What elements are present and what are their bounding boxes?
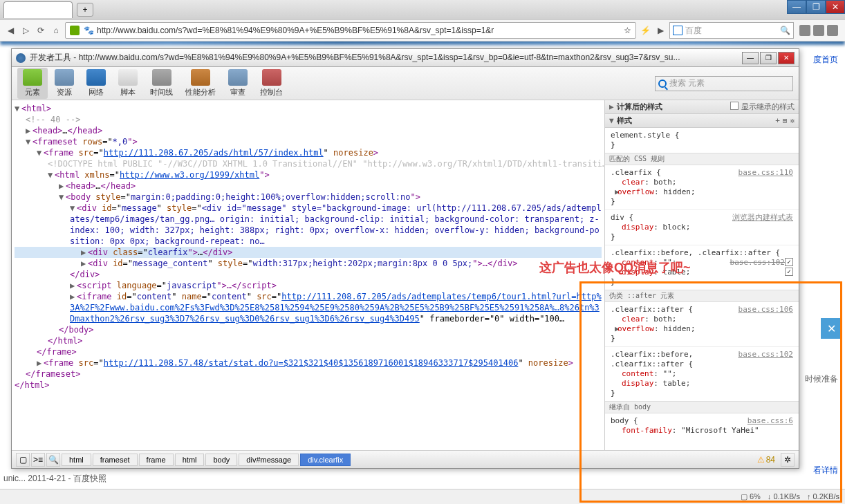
profiles-icon (191, 69, 210, 86)
devtools-minimize[interactable]: — (742, 52, 759, 64)
devtools-close[interactable]: ✕ (778, 52, 795, 64)
style-rule[interactable]: 浏览器内建样式表 div { display: block; } (605, 209, 799, 245)
favicon-icon: 🐾 (84, 26, 94, 35)
baidu-home-link[interactable]: 度首页 (813, 54, 838, 66)
upload-speed: ↑ 0.2KB/s (807, 492, 839, 501)
search-engine-icon (673, 26, 682, 35)
bg-prep-text: 时候准备 (805, 373, 838, 385)
crumb-message[interactable]: div#message (239, 454, 299, 466)
address-bar: ◀ ▷ ⟳ ⌂ 🐾 http://www.baidu.com/s?wd=%E8%… (0, 19, 845, 41)
tab-elements[interactable]: 元素 (17, 68, 48, 99)
crumb-frame[interactable]: frame (139, 454, 174, 466)
tab-profiles[interactable]: 性能分析 (180, 68, 221, 99)
close-button[interactable]: ✕ (826, 0, 845, 14)
devtools-titlebar[interactable]: 开发者工具 - http://www.baidu.com/s?wd=%E8%81… (12, 49, 799, 67)
devtools-statusbar: ▢ >≡ 🔍 html frameset frame html body div… (12, 450, 799, 468)
gear-icon[interactable]: ✲ (790, 116, 795, 125)
source-link[interactable]: base.css:102 (739, 350, 793, 360)
style-rule[interactable]: base.css:110 .clearfix { clear: both; ▶o… (605, 165, 799, 209)
matched-rules-label: 匹配的 CSS 规则 (605, 153, 799, 165)
tool-icon-3[interactable] (827, 25, 838, 36)
devtools-title: 开发者工具 - http://www.baidu.com/s?wd=%E8%81… (30, 52, 738, 64)
devtools-maximize[interactable]: ❐ (760, 52, 777, 64)
dom-tree[interactable]: ▼<html> <!-- 40 --> ▶<head>…</head> ▼<fr… (12, 100, 605, 450)
browser-statusbar: ▢ 6% ↓ 0.1KB/s ↑ 0.2KB/s (0, 489, 845, 504)
minimize-button[interactable]: — (787, 0, 806, 14)
pseudo-label: 伪类 ::after 元素 (605, 290, 799, 302)
style-rule[interactable]: element.style { } (605, 128, 799, 153)
inherit-checkbox[interactable] (730, 102, 739, 110)
inspect-icon[interactable]: 🔍 (46, 453, 60, 467)
bg-detail-link[interactable]: 看详情 (813, 465, 838, 476)
crumb-clearfix[interactable]: div.clearfix (300, 454, 351, 466)
url-field[interactable]: 🐾 http://www.baidu.com/s?wd=%E8%81%94%E9… (65, 22, 636, 39)
star-icon[interactable]: ☆ (624, 26, 631, 35)
console-toggle-icon[interactable]: >≡ (31, 453, 45, 467)
resources-icon (55, 69, 74, 86)
crumb-html[interactable]: html (62, 454, 91, 466)
style-rule[interactable]: base.css:102 .clearfix::before, .clearfi… (605, 346, 799, 401)
crumb-html2[interactable]: html (175, 454, 205, 466)
search-icon (658, 80, 667, 88)
maximize-button[interactable]: ❐ (806, 0, 826, 14)
cache-text: unic... 2011-4-21 - 百度快照 (3, 473, 106, 485)
crumb-body[interactable]: body (205, 454, 237, 466)
add-rule-icon[interactable]: + (775, 116, 780, 125)
devtools-window: 开发者工具 - http://www.baidu.com/s?wd=%E8%81… (11, 48, 799, 469)
tab-bar: + (0, 0, 845, 19)
scripts-icon (118, 69, 138, 86)
search-placeholder: 搜索 元素 (669, 77, 705, 89)
annotation-text: 这广告也太像QQ消息了吧~ (539, 259, 691, 276)
audits-icon (228, 69, 248, 86)
tab-audits[interactable]: 审查 (223, 68, 253, 99)
devtools-search[interactable]: 搜索 元素 (655, 76, 793, 91)
settings-gear-icon[interactable]: ✲ (781, 453, 795, 467)
devtools-toolbar: 元素 资源 网络 脚本 时间线 性能分析 审查 控制台 搜索 元素 (12, 67, 799, 100)
reload-button[interactable]: ⟳ (35, 24, 47, 37)
network-icon (86, 69, 106, 86)
elements-icon (23, 69, 42, 86)
download-speed: ↓ 0.1KB/s (768, 492, 800, 501)
tab-timeline[interactable]: 时间线 (145, 68, 178, 99)
prop-checkbox[interactable] (785, 268, 793, 276)
forward-button[interactable]: ▷ (19, 24, 32, 37)
dock-icon[interactable]: ▢ (16, 453, 30, 467)
timeline-icon (152, 69, 171, 86)
new-tab-button[interactable]: + (77, 3, 93, 17)
bolt-icon[interactable]: ⚡ (639, 24, 651, 37)
shield-icon (70, 26, 80, 35)
source-link[interactable]: base.css:106 (739, 305, 793, 315)
popup-close-button[interactable]: ✕ (821, 318, 842, 339)
inherit-body-label: 继承自 body (605, 401, 799, 413)
selected-dom-node[interactable]: ▶<div class="clearfix">…</div> (15, 247, 602, 258)
search-field[interactable]: 百度 🔍 (669, 22, 794, 39)
url-text: http://www.baidu.com/s?wd=%E8%81%94%E9%8… (97, 26, 624, 35)
home-button[interactable]: ⌂ (50, 24, 62, 37)
tool-icon-1[interactable] (799, 25, 810, 36)
toggle-icon[interactable]: ⊞ (783, 116, 788, 125)
tab-scripts[interactable]: 脚本 (113, 68, 143, 99)
tab-console[interactable]: 控制台 (254, 68, 288, 99)
search-placeholder: 百度 (685, 25, 780, 37)
prop-checkbox[interactable] (785, 258, 793, 266)
styles-header[interactable]: ▼样式+ ⊞ ✲ (605, 114, 799, 128)
search-go-icon[interactable]: 🔍 (780, 26, 790, 35)
back-button[interactable]: ◀ (4, 24, 17, 37)
style-rule[interactable]: base.css:6 body { font-family: "Microsof… (605, 413, 799, 438)
source-link[interactable]: base.css:6 (748, 416, 793, 426)
warning-count[interactable]: ⚠84 (757, 455, 775, 465)
computed-styles-header[interactable]: ▶计算后的样式 显示继承的样式 (605, 100, 799, 114)
tool-icon-2[interactable] (813, 25, 824, 36)
console-icon (262, 69, 281, 86)
crumb-frameset[interactable]: frameset (93, 454, 138, 466)
devtools-icon (16, 53, 26, 63)
source-link[interactable]: base.css:110 (739, 168, 793, 178)
cpu-usage: ▢ 6% (741, 492, 761, 501)
source-builtin: 浏览器内建样式表 (732, 213, 793, 223)
tab-network[interactable]: 网络 (81, 68, 111, 99)
play-icon[interactable]: ▶ (654, 24, 667, 37)
style-rule[interactable]: base.css:106 .clearfix::after { clear: b… (605, 302, 799, 346)
tab-resources[interactable]: 资源 (49, 68, 80, 99)
browser-tab[interactable] (3, 1, 73, 18)
